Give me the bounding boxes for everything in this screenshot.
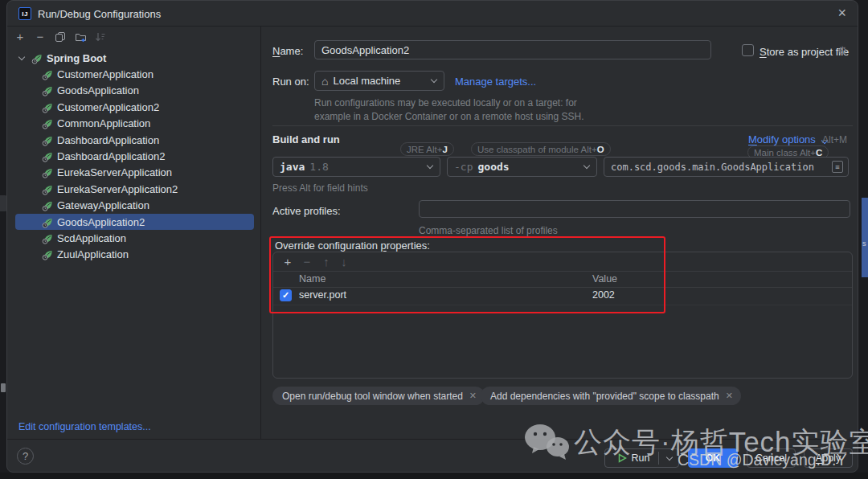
jre-dropdown[interactable]: java 1.8 xyxy=(272,157,440,177)
chevron-down-icon xyxy=(427,162,433,169)
tree-item-label: GatewayApplication xyxy=(57,199,149,211)
run-on-help-text: Run configurations may be executed local… xyxy=(314,96,584,124)
spring-boot-icon xyxy=(42,166,54,178)
jre-hint-bubble: JRE Alt+J xyxy=(400,142,454,156)
sidebar-divider xyxy=(260,27,261,439)
spring-boot-icon xyxy=(42,183,54,195)
tree-item-label: CommonApplication xyxy=(57,117,150,129)
run-on-label: Run on: xyxy=(272,76,309,88)
remove-tag-icon[interactable]: ✕ xyxy=(726,391,733,401)
tree-item[interactable]: DashboardApplication xyxy=(15,132,254,148)
spring-boot-icon xyxy=(42,232,54,244)
tree-item-label: DashboardApplication xyxy=(57,134,159,146)
manage-targets-link[interactable]: Manage targets... xyxy=(455,76,536,88)
active-profiles-label: Active profiles: xyxy=(272,205,341,217)
tree-item[interactable]: ZuulApplication xyxy=(15,247,254,263)
screen: s IJ Run/Debug Configurations × + − xyxy=(0,0,868,479)
spring-boot-icon xyxy=(42,134,54,146)
config-tree: Spring Boot CustomerApplicationGoodsAppl… xyxy=(7,47,260,288)
cancel-button[interactable]: Cancel xyxy=(747,448,796,468)
build-and-run-title: Build and run xyxy=(272,133,340,145)
tag-add-provided-dependencies[interactable]: Add dependencies with "provided" scope t… xyxy=(481,387,741,405)
modify-options-shortcut: Alt+M xyxy=(822,134,847,145)
store-as-project-file-label: Store as project file xyxy=(760,46,849,58)
tree-item-label: GoodsApplication xyxy=(57,84,139,96)
field-hints-text: Press Alt for field hints xyxy=(272,182,368,194)
spring-boot-icon xyxy=(42,117,54,129)
help-icon[interactable]: ? xyxy=(17,448,34,465)
sort-configurations-icon[interactable] xyxy=(94,31,107,43)
spring-boot-icon xyxy=(42,68,54,80)
spring-boot-icon xyxy=(42,199,54,211)
spring-boot-icon xyxy=(42,101,54,113)
tree-item[interactable]: EurekaServerApplication2 xyxy=(15,181,254,197)
tree-item[interactable]: EurekaServerApplication xyxy=(15,165,254,181)
play-icon xyxy=(618,453,627,463)
background-blue-strip: s xyxy=(862,198,868,277)
tree-item-label: EurekaServerApplication xyxy=(57,166,172,178)
copy-configuration-icon[interactable] xyxy=(54,31,67,43)
main-class-input[interactable]: com.scd.goods.main.GoodsApplication ≡ xyxy=(604,157,849,177)
chevron-down-icon[interactable] xyxy=(15,57,28,59)
tree-item[interactable]: CustomerApplication2 xyxy=(15,99,254,115)
spring-boot-icon xyxy=(42,84,54,96)
tree-item[interactable]: ScdApplication xyxy=(15,231,254,247)
spring-boot-icon xyxy=(31,52,43,64)
remove-configuration-icon[interactable]: − xyxy=(34,31,47,43)
section-divider xyxy=(272,125,853,126)
tree-item[interactable]: CommonApplication xyxy=(15,116,254,132)
configurations-toolbar: + − xyxy=(7,27,260,47)
new-folder-icon[interactable] xyxy=(74,31,87,43)
footer-divider xyxy=(7,439,858,440)
tree-item-spring-boot[interactable]: Spring Boot xyxy=(15,50,254,66)
intellij-logo-icon: IJ xyxy=(18,7,31,20)
close-icon[interactable]: × xyxy=(837,5,846,22)
spring-boot-icon xyxy=(42,216,54,228)
run-debug-configurations-dialog: IJ Run/Debug Configurations × + − Spring… xyxy=(6,0,858,473)
title-bar: IJ Run/Debug Configurations × xyxy=(7,1,858,27)
background-bottom-strip xyxy=(0,473,868,479)
tree-item-label: EurekaServerApplication2 xyxy=(57,183,178,195)
run-on-dropdown[interactable]: ⌂ Local machine xyxy=(314,71,444,91)
apply-button[interactable]: Apply xyxy=(804,448,853,468)
background-edge-mark xyxy=(1,383,6,392)
name-label: Name: xyxy=(272,45,303,57)
chevron-down-icon xyxy=(431,76,437,83)
tree-item-label: DashboardApplication2 xyxy=(57,150,165,162)
store-as-project-file-checkbox[interactable] xyxy=(742,44,754,56)
tree-item-label: ScdApplication xyxy=(57,232,126,244)
tag-open-tool-window[interactable]: Open run/debug tool window when started✕ xyxy=(272,387,485,405)
tree-item[interactable]: GoodsApplication xyxy=(15,83,254,99)
tree-item[interactable]: DashboardApplication2 xyxy=(15,149,254,165)
local-machine-icon: ⌂ xyxy=(321,75,328,88)
chevron-down-icon[interactable] xyxy=(666,453,673,460)
active-profiles-hint: Comma-separated list of profiles xyxy=(419,225,558,236)
tree-item-label: GoodsApplication2 xyxy=(57,216,145,228)
browse-main-class-icon[interactable]: ≡ xyxy=(832,161,843,173)
red-annotation-box xyxy=(269,236,665,313)
chevron-down-icon xyxy=(583,162,590,169)
remove-tag-icon[interactable]: ✕ xyxy=(469,391,477,401)
edit-configuration-templates-link[interactable]: Edit configuration templates... xyxy=(18,421,151,432)
ok-button[interactable]: OK xyxy=(688,448,738,468)
classpath-hint-bubble: Use classpath of module Alt+O xyxy=(471,142,611,156)
spring-boot-icon xyxy=(42,150,54,162)
name-input[interactable]: GoodsApplication2 xyxy=(314,40,711,59)
active-profiles-input[interactable] xyxy=(419,200,850,218)
tree-item-label: ZuulApplication xyxy=(57,248,129,260)
tree-item[interactable]: GoodsApplication2 xyxy=(15,214,254,230)
classpath-dropdown[interactable]: -cp goods xyxy=(447,157,597,177)
store-settings-gear-icon[interactable]: ⚙ xyxy=(837,44,848,57)
run-button[interactable]: Run xyxy=(604,448,679,468)
tree-item[interactable]: CustomerApplication xyxy=(15,67,254,83)
dialog-title: Run/Debug Configurations xyxy=(38,8,161,20)
button-separator xyxy=(658,452,659,465)
tree-item[interactable]: GatewayApplication xyxy=(15,198,254,214)
tree-item-label: CustomerApplication xyxy=(57,68,154,80)
tree-item-label: CustomerApplication2 xyxy=(57,101,159,113)
modify-options-link[interactable]: Modify options xyxy=(748,133,827,145)
spring-boot-icon xyxy=(42,248,54,260)
add-configuration-icon[interactable]: + xyxy=(14,31,27,43)
